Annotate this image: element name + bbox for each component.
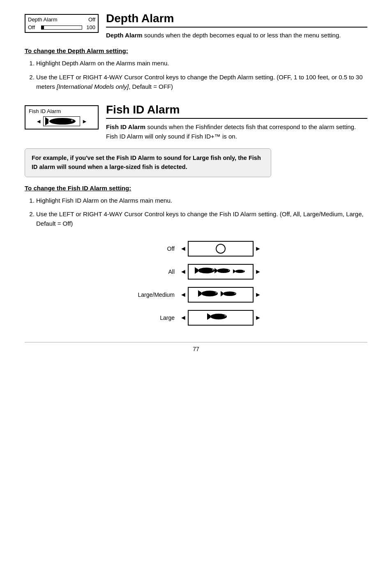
svg-marker-25 (207, 313, 210, 320)
svg-point-26 (210, 314, 227, 319)
depth-slider-track (41, 25, 82, 30)
fish-option-box-largemedium (188, 287, 254, 303)
depth-alarm-change-heading: To change the Depth Alarm setting: (25, 47, 367, 54)
fish-option-box-off (188, 241, 254, 257)
fish-option-arrow-left-all[interactable]: ◄ (179, 268, 188, 275)
largemedium-fish-svg (194, 289, 247, 301)
svg-point-16 (244, 271, 244, 271)
svg-point-6 (198, 268, 214, 273)
fish-id-alarm-title-block: Fish ID Alarm Fish ID Alarm sounds when … (106, 104, 367, 141)
fish-widget-arrow-left[interactable]: ◄ (36, 118, 42, 125)
fish-widget-arrow-right[interactable]: ► (82, 118, 88, 125)
svg-point-4 (216, 244, 225, 253)
depth-alarm-title: Depth Alarm (106, 12, 367, 28)
depth-slider-fill (42, 26, 44, 29)
fish-id-alarm-steps: Highlight Fish ID Alarm on the Alarms ma… (25, 196, 367, 229)
fish-id-alarm-step-1: Highlight Fish ID Alarm on the Alarms ma… (36, 196, 367, 205)
fish-option-arrow-right-off[interactable]: ► (254, 245, 263, 252)
fish-id-alarm-desc: Fish ID Alarm sounds when the Fishfinder… (106, 123, 356, 140)
svg-point-10 (217, 268, 230, 273)
depth-alarm-desc-rest: sounds when the depth becomes equal to o… (143, 32, 341, 39)
depth-alarm-steps: Highlight Depth Alarm on the Alarms main… (25, 58, 367, 91)
svg-marker-17 (198, 290, 201, 297)
depth-alarm-widget-value: Off (88, 16, 95, 23)
depth-alarm-step-1: Highlight Depth Alarm on the Alarms main… (36, 58, 367, 68)
depth-alarm-desc: Depth Alarm sounds when the depth become… (106, 31, 367, 40)
all-fish-svg (194, 266, 247, 278)
svg-point-28 (225, 315, 226, 316)
depth-alarm-widget-label: Depth Alarm (28, 16, 58, 23)
page-number: 77 (25, 346, 367, 352)
fish-option-label-large: Large (129, 314, 175, 321)
fish-option-arrow-right-large[interactable]: ► (254, 314, 263, 321)
svg-point-3 (71, 120, 72, 121)
fish-option-box-all (188, 264, 254, 280)
fish-option-box-large (188, 310, 254, 326)
fish-id-alarm-step-2: Use the LEFT or RIGHT 4-WAY Cursor Contr… (36, 209, 367, 229)
svg-point-18 (201, 291, 218, 296)
fish-option-arrow-left-off[interactable]: ◄ (179, 245, 188, 252)
fish-id-alarm-desc-bold: Fish ID Alarm (106, 123, 145, 130)
fish-widget-svg (45, 117, 78, 125)
slider-min-label: Off (28, 24, 39, 30)
depth-alarm-desc-bold: Depth Alarm (106, 32, 143, 39)
page-separator (25, 342, 367, 342)
fish-id-callout-box: For example, if you've set the Fish ID A… (25, 148, 271, 177)
fish-id-callout-text: For example, if you've set the Fish ID A… (32, 155, 261, 170)
fish-id-alarm-section: Fish ID Alarm ◄ ► (25, 104, 367, 141)
fish-option-row-large: Large ◄ ► (89, 310, 303, 326)
fish-option-row-largemedium: Large/Medium ◄ ► (89, 287, 303, 303)
svg-point-8 (212, 269, 213, 270)
fish-option-row-all: All ◄ (89, 264, 303, 280)
svg-marker-0 (45, 117, 48, 125)
svg-marker-5 (195, 267, 198, 274)
fish-id-alarm-change-heading: To change the Fish ID Alarm setting: (25, 185, 367, 192)
svg-point-24 (235, 293, 235, 293)
fish-option-arrow-right-lm[interactable]: ► (254, 291, 263, 298)
svg-point-22 (223, 291, 236, 296)
large-fish-svg (194, 312, 247, 324)
slider-max-label: 100 (84, 24, 95, 30)
svg-marker-13 (233, 269, 235, 273)
fish-id-alarm-widget: Fish ID Alarm ◄ ► (25, 105, 99, 129)
off-circle-svg (214, 243, 227, 254)
fish-id-widget-label: Fish ID Alarm (29, 108, 61, 114)
fish-option-arrow-left-lm[interactable]: ◄ (179, 291, 188, 298)
svg-point-12 (228, 270, 229, 270)
depth-alarm-section: Depth Alarm Off Off 100 Depth Alarm Dept… (25, 12, 367, 40)
fish-widget-icon-area (43, 116, 80, 126)
fish-id-alarm-title: Fish ID Alarm (106, 104, 367, 119)
depth-alarm-step-2: Use the LEFT or RIGHT 4-WAY Cursor Contr… (36, 72, 367, 92)
svg-marker-9 (214, 268, 217, 273)
svg-point-20 (216, 292, 217, 293)
fish-option-label-all: All (129, 268, 175, 275)
fish-id-alarm-body: Fish ID Alarm sounds when the Fishfinder… (106, 122, 367, 141)
fish-option-label-off: Off (129, 245, 175, 252)
fish-options-diagram: Off ◄ ► All ◄ (89, 241, 303, 326)
depth-alarm-step2-italic: [International Models only] (57, 83, 129, 90)
fish-option-arrow-right-all[interactable]: ► (254, 268, 263, 275)
fish-option-arrow-left-large[interactable]: ◄ (179, 314, 188, 321)
fish-option-row-off: Off ◄ ► (89, 241, 303, 257)
depth-alarm-widget: Depth Alarm Off Off 100 (25, 14, 99, 33)
depth-alarm-title-block: Depth Alarm Depth Alarm sounds when the … (106, 12, 367, 40)
depth-alarm-step2-default: , Default = OFF) (129, 83, 173, 90)
fish-option-label-largemedium: Large/Medium (129, 291, 175, 298)
svg-marker-21 (221, 291, 223, 296)
